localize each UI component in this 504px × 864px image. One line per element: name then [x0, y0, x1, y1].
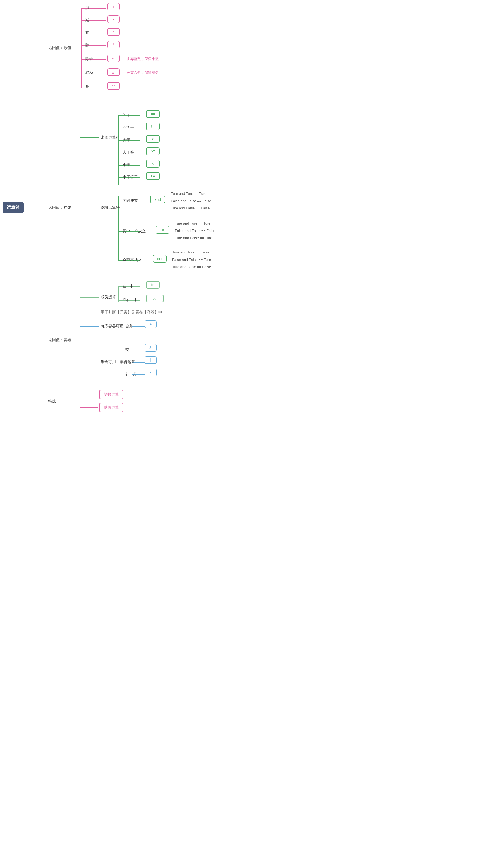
assign-box: 赋值运算 [99, 403, 123, 412]
and-label: 同时成立 [123, 199, 138, 203]
op-mod-label: 除余 [85, 57, 93, 61]
member-note: 用于判断【元素】是否在【容器】中 [100, 310, 162, 315]
and-box: and [150, 196, 165, 203]
cmp-eq-box: == [146, 110, 160, 118]
and-result-1: Ture and Ture == Ture [171, 191, 207, 196]
floordiv-annotation: 舍弃余数，保留整数 [127, 70, 159, 76]
op-pow-box: ** [107, 82, 120, 90]
root-node: 运算符 [3, 202, 24, 213]
in-box: in [146, 281, 160, 289]
and-result-3: Ture and False == False [171, 206, 210, 210]
op-mul-box: * [107, 28, 120, 36]
intersect-label: 交 [125, 347, 129, 352]
op-pow-label: 幂 [85, 84, 89, 89]
union-label: 并 [125, 360, 129, 364]
complex-box: 复数运算 [99, 390, 123, 399]
connector-lines [0, 0, 252, 432]
diff-box: - [145, 369, 157, 376]
op-mul-label: 乘 [85, 30, 89, 35]
not-box: not [153, 255, 167, 263]
and-result-2: False and False == False [171, 199, 211, 203]
cmp-lt-box: < [146, 160, 160, 168]
member-label: 成员运算： [100, 295, 120, 300]
op-div-label: 除 [85, 43, 89, 48]
comparison-label: 比较运算符 [100, 135, 120, 140]
op-floordiv-label: 取模 [85, 70, 93, 75]
notin-box: not in [146, 295, 164, 302]
union-box: | [145, 356, 157, 364]
merge-label: 合并 [125, 324, 133, 329]
mind-map: 运算符 返回值：数值 加 减 乘 除 除余 取模 幂 + - * / % // … [0, 0, 252, 432]
mod-annotation: 舍弃整数，保留余数 [127, 57, 159, 62]
in-label: 在...中 [123, 284, 134, 289]
diff-label: 补（差） [125, 372, 141, 377]
not-result-2: False and False == Ture [172, 257, 211, 262]
or-label: 其中一个成立 [123, 229, 146, 233]
special-label: 特殊 [48, 399, 56, 404]
cmp-gt-label: 大于 [123, 138, 130, 143]
op-sub-label: 减 [85, 18, 89, 23]
boolean-return-label: 返回值：布尔 [48, 205, 71, 210]
op-sub-box: - [107, 15, 120, 23]
cmp-lte-label: 小于等于 [123, 175, 138, 180]
cmp-gte-label: 大于等于 [123, 150, 138, 155]
cmp-lte-box: <= [146, 172, 160, 180]
container-return-label: 返回值：容器 [48, 337, 71, 343]
arithmetic-return-label: 返回值：数值 [48, 46, 71, 50]
or-result-2: False and False == False [175, 229, 216, 233]
cmp-gte-box: >= [146, 147, 160, 155]
or-result-3: Ture and False == Ture [175, 236, 212, 240]
notin-label: 不在...中 [123, 298, 137, 302]
cmp-ne-box: != [146, 123, 160, 130]
sequence-label: 有序容器可用 [100, 324, 124, 329]
op-mod-box: % [107, 55, 120, 62]
op-floordiv-box: // [107, 68, 120, 76]
or-result-1: Ture and Ture == Ture [175, 221, 211, 225]
not-label: 全部不成立 [123, 257, 142, 263]
op-add-box: + [107, 3, 120, 11]
op-div-box: / [107, 41, 120, 48]
merge-box: + [145, 321, 157, 328]
set-label: 集合可用：集合运算 [100, 360, 135, 364]
cmp-eq-label: 等于 [123, 113, 130, 118]
intersect-box: & [145, 344, 157, 351]
cmp-lt-label: 小于 [123, 163, 130, 168]
not-result-1: Ture and Ture == False [172, 250, 209, 254]
or-box: or [156, 226, 169, 233]
cmp-ne-label: 不等于 [123, 125, 134, 130]
op-add-label: 加 [85, 5, 89, 11]
cmp-gt-box: > [146, 135, 160, 143]
not-result-3: Ture and False == False [172, 265, 211, 269]
logical-label: 逻辑运算符 [100, 205, 120, 210]
